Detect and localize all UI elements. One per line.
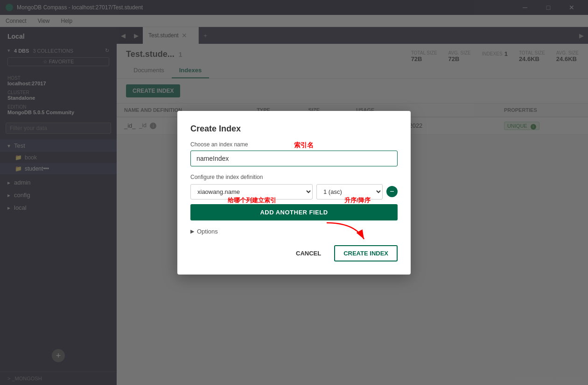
- options-label: Options: [197, 228, 218, 235]
- modal-title: Create Index: [190, 124, 398, 134]
- field-name-select[interactable]: xiaowang.name: [190, 184, 313, 199]
- order-select[interactable]: 1 (asc) -1 (desc): [316, 184, 383, 199]
- remove-field-button[interactable]: −: [386, 186, 398, 197]
- modal-overlay[interactable]: Create Index Choose an index name 索引名 Co…: [0, 0, 588, 385]
- index-name-input[interactable]: [190, 151, 398, 166]
- cancel-button[interactable]: CANCEL: [287, 246, 329, 261]
- add-field-button[interactable]: ADD ANOTHER FIELD: [190, 204, 398, 220]
- options-arrow-icon: ▶: [190, 228, 194, 234]
- config-label: Configure the index definition: [190, 174, 398, 180]
- create-index-submit-button[interactable]: CREATE INDEX: [334, 245, 398, 261]
- options-row[interactable]: ▶ Options: [190, 225, 398, 238]
- field-row: xiaowang.name 1 (asc) -1 (desc) −: [190, 184, 398, 199]
- annotation-index-name: 索引名: [294, 141, 314, 150]
- modal-actions: CANCEL CREATE INDEX: [190, 245, 398, 261]
- create-index-modal: Create Index Choose an index name 索引名 Co…: [177, 111, 411, 275]
